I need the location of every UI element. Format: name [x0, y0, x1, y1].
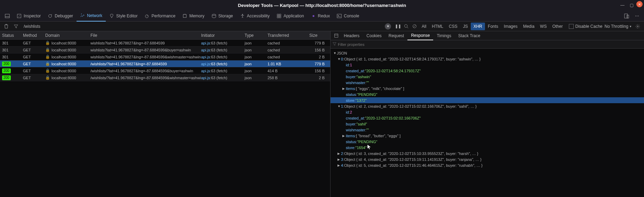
filter-ws[interactable]: WS	[537, 23, 549, 30]
filter-all[interactable]: All	[419, 23, 429, 30]
json-row[interactable]: buyer: "sahil"	[331, 121, 644, 127]
block-icon[interactable]	[411, 22, 419, 31]
json-row[interactable]: ▼1: Object { id: 2, created_at: "2020-12…	[331, 103, 644, 109]
funnel-icon	[333, 42, 336, 47]
filter-js[interactable]: JS	[460, 23, 471, 30]
meatball-icon[interactable]: ⋯	[633, 12, 641, 20]
request-row[interactable]: 301GET🔒localhost:8000wishlists?lat=41.96…	[0, 40, 330, 47]
devtools-toolbar: InspectorDebuggerNetworkStyle EditorPerf…	[0, 10, 644, 22]
json-row[interactable]: ▼0: Object { id: 1, created_at: "2020-12…	[331, 56, 644, 62]
detail-tab-stack-trace[interactable]: Stack Trace	[455, 31, 484, 40]
chevron-down-icon: ▾	[630, 25, 631, 28]
svg-rect-7	[183, 14, 186, 17]
search-icon[interactable]	[402, 22, 411, 31]
json-row[interactable]: store: "1372"	[331, 97, 644, 103]
svg-point-11	[242, 14, 243, 15]
lock-icon: 🔒	[45, 41, 50, 45]
json-row[interactable]: id: 1	[331, 62, 644, 68]
json-row[interactable]: wishmaster: ""	[331, 80, 644, 85]
tab-inspector[interactable]: Inspector	[13, 10, 44, 22]
svg-rect-13	[279, 14, 281, 15]
tab-debugger[interactable]: Debugger	[44, 10, 77, 22]
filter-xhr[interactable]: XHR	[471, 23, 485, 30]
filter-fonts[interactable]: Fonts	[485, 23, 501, 30]
json-row[interactable]: status: "PENDING"	[331, 91, 644, 97]
lock-icon: 🔒	[45, 68, 50, 73]
col-method[interactable]: Method	[23, 33, 45, 38]
responsive-icon[interactable]	[622, 12, 631, 20]
filter-other[interactable]: Other	[549, 23, 565, 30]
request-row[interactable]: 301GET🔒localhost:8000wishlists?lat=41.96…	[0, 47, 330, 54]
detail-tab-timings[interactable]: Timings	[433, 31, 455, 40]
svg-point-10	[212, 14, 216, 15]
filter-html[interactable]: HTML	[429, 23, 446, 30]
svg-rect-25	[334, 34, 338, 38]
dock-icon[interactable]	[1, 10, 13, 22]
filter-media[interactable]: Media	[520, 23, 537, 30]
network-controls-bar: ✕ ❚❚ AllHTMLCSSJSXHRFontsImagesMediaWSOt…	[0, 22, 644, 31]
lock-icon: 🔒	[45, 75, 50, 80]
detail-tab-request[interactable]: Request	[385, 31, 408, 40]
svg-line-4	[51, 14, 52, 15]
filter-css[interactable]: CSS	[446, 23, 460, 30]
json-row[interactable]: store: "1654"	[331, 145, 644, 150]
clear-filter-icon[interactable]: ✕	[385, 23, 391, 30]
tab-performance[interactable]: Performance	[141, 10, 179, 22]
json-row[interactable]: ▶items: [ "eggs", "milk", "chocolate" ]	[331, 85, 644, 91]
json-row[interactable]: ▼JSON	[331, 50, 644, 56]
tab-redux[interactable]: Redux	[308, 10, 334, 22]
svg-rect-0	[5, 14, 9, 18]
throttling-select[interactable]: No Throttling ▾	[603, 24, 634, 29]
raw-toggle-icon[interactable]	[332, 32, 340, 40]
col-file[interactable]: File	[90, 33, 201, 38]
minimize-button[interactable]: —	[618, 1, 627, 9]
json-row[interactable]: created_at: "2020-12-02T15:02:02.166706Z…	[331, 115, 644, 121]
col-size[interactable]: Size	[309, 33, 327, 38]
svg-rect-15	[279, 16, 281, 17]
json-row[interactable]: ▶2: Object { id: 3, created_at: "2020-12…	[331, 150, 644, 156]
tab-style-editor[interactable]: Style Editor	[106, 10, 141, 22]
pause-icon[interactable]: ❚❚	[394, 22, 402, 31]
filter-images[interactable]: Images	[501, 23, 520, 30]
window-titlebar: Developer Tools — Kartpool — http://loca…	[0, 0, 644, 10]
tab-memory[interactable]: Memory	[179, 10, 208, 22]
tab-network[interactable]: Network	[77, 10, 106, 22]
tab-storage[interactable]: Storage	[208, 10, 237, 22]
close-button[interactable]: ✕	[636, 1, 643, 7]
disable-cache-checkbox[interactable]	[569, 24, 574, 29]
detail-tab-response[interactable]: Response	[407, 31, 433, 40]
json-row[interactable]: ▶4: Object { id: 5, created_at: "2020-12…	[331, 162, 644, 168]
tab-application[interactable]: Application	[273, 10, 308, 22]
requests-table: Status Method Domain File Initiator Type…	[0, 31, 331, 197]
col-initiator[interactable]: Initiator	[201, 33, 245, 38]
filter-url-input[interactable]	[22, 23, 91, 30]
request-row[interactable]: 301GET🔒localhost:8000wishlists?lat=41.96…	[0, 54, 330, 60]
trash-icon[interactable]	[2, 22, 10, 31]
detail-tab-cookies[interactable]: Cookies	[363, 31, 385, 40]
col-domain[interactable]: Domain	[45, 33, 90, 38]
request-row[interactable]: 200GET🔒localhost:8000/wishlists/?lat=41.…	[0, 74, 330, 81]
json-row[interactable]: status: "PENDING"	[331, 139, 644, 145]
funnel-icon[interactable]	[12, 22, 20, 31]
json-row[interactable]: wishmaster: ""	[331, 127, 644, 133]
request-row[interactable]: 200GET🔒localhost:8000/wishlists/?lat=41.…	[0, 67, 330, 74]
requests-header: Status Method Domain File Initiator Type…	[0, 31, 330, 40]
tab-console[interactable]: Console	[333, 10, 363, 22]
filter-properties-input[interactable]	[338, 42, 642, 47]
request-row[interactable]: 200GET🔒localhost:8000/wishlists/?lat=41.…	[0, 60, 330, 67]
col-status[interactable]: Status	[0, 33, 23, 38]
svg-rect-19	[627, 15, 629, 18]
lock-icon: 🔒	[45, 48, 50, 52]
detail-tab-headers[interactable]: Headers	[340, 31, 363, 40]
tab-accessibility[interactable]: Accessibility	[237, 10, 273, 22]
col-type[interactable]: Type	[245, 33, 268, 38]
json-row[interactable]: ▶3: Object { id: 4, created_at: "2020-12…	[331, 156, 644, 162]
json-row[interactable]: created_at: "2020-12-02T14:58:24.179317Z…	[331, 68, 644, 74]
col-transferred[interactable]: Transferred	[268, 33, 309, 38]
json-row[interactable]: ▶items: [ "bread", "butter", "eggs" ]	[331, 133, 644, 139]
maximize-button[interactable]: ▢	[627, 1, 636, 9]
gear-icon[interactable]	[634, 22, 642, 31]
svg-rect-12	[277, 14, 279, 15]
json-row[interactable]: id: 2	[331, 109, 644, 115]
json-row[interactable]: buyer: "ashwin"	[331, 74, 644, 80]
